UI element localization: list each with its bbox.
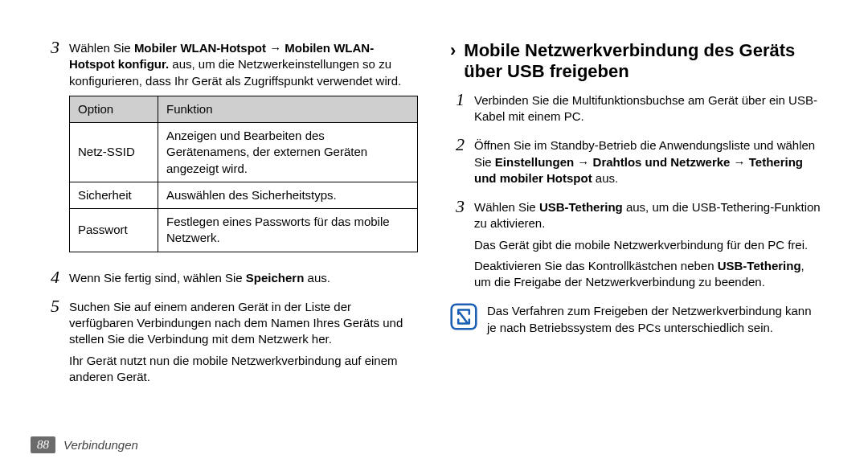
step-number: 5 bbox=[45, 297, 59, 390]
heading-text: Mobile Netzwerkverbindung des Geräts übe… bbox=[464, 40, 823, 83]
note-text: Das Verfahren zum Freigeben der Netzwerk… bbox=[487, 303, 823, 336]
step-number: 1 bbox=[450, 91, 465, 130]
arrow: → bbox=[730, 155, 748, 169]
text: Wählen Sie bbox=[474, 200, 539, 214]
bold-text: Speichern bbox=[246, 271, 305, 285]
table-row: Netz-SSID Anzeigen und Bearbeiten des Ge… bbox=[70, 123, 418, 182]
chevron-icon: › bbox=[450, 40, 456, 61]
page-number: 88 bbox=[31, 436, 55, 453]
step-3: 3 Wählen Sie USB-Tethering aus, um die U… bbox=[450, 199, 823, 295]
note-box: Das Verfahren zum Freigeben der Netzwerk… bbox=[450, 303, 823, 336]
arrow: → bbox=[574, 155, 592, 169]
table-cell-option: Passwort bbox=[70, 209, 158, 252]
table-header-option: Option bbox=[70, 96, 158, 122]
step-number: 3 bbox=[45, 39, 59, 262]
table-row: Sicherheit Auswählen des Sicherheitstyps… bbox=[70, 182, 418, 208]
bold-text: Mobiler WLAN-Hotspot bbox=[134, 41, 266, 55]
table-header-funktion: Funktion bbox=[158, 96, 418, 122]
footer-section: Verbindungen bbox=[63, 438, 138, 452]
bold-text: USB-Tethering bbox=[718, 259, 801, 272]
table-cell-funktion: Auswählen des Sicherheitstyps. bbox=[158, 182, 418, 208]
section-heading: › Mobile Netzwerkverbindung des Geräts ü… bbox=[450, 40, 823, 83]
bold-text: USB-Tethering bbox=[539, 200, 623, 214]
bold-text: Drahtlos und Netzwerke bbox=[593, 155, 731, 169]
note-icon bbox=[450, 303, 477, 330]
arrow: → bbox=[266, 41, 285, 55]
step-body: Wählen Sie Mobiler WLAN-Hotspot → Mobile… bbox=[69, 40, 418, 262]
bold-text: Einstellungen bbox=[495, 155, 574, 169]
table-cell-option: Sicherheit bbox=[70, 182, 158, 208]
step-1: 1 Verbinden Sie die Multifunktionsbuchse… bbox=[450, 92, 823, 130]
step-body: Suchen Sie auf einem anderen Gerät in de… bbox=[69, 299, 418, 390]
text: aus. bbox=[304, 271, 330, 285]
text: Wählen Sie bbox=[69, 41, 134, 55]
step-body: Wenn Sie fertig sind, wählen Sie Speiche… bbox=[69, 270, 418, 291]
text: Deaktivieren Sie das Kontrollkästchen ne… bbox=[474, 259, 718, 272]
text: Das Gerät gibt die mobile Netzwerkverbin… bbox=[474, 237, 823, 253]
text: Suchen Sie auf einem anderen Gerät in de… bbox=[69, 299, 418, 348]
step-body: Verbinden Sie die Multifunktionsbuchse a… bbox=[474, 92, 823, 130]
step-2: 2 Öffnen Sie im Standby-Betrieb die Anwe… bbox=[450, 137, 823, 191]
step-3: 3 Wählen Sie Mobiler WLAN-Hotspot → Mobi… bbox=[45, 40, 418, 262]
table-cell-funktion: Anzeigen und Bearbeiten des Gerätenamens… bbox=[158, 123, 418, 182]
page-footer: 88 Verbindungen bbox=[31, 436, 138, 453]
table-cell-option: Netz-SSID bbox=[70, 123, 158, 182]
text: aus. bbox=[592, 171, 619, 185]
step-number: 2 bbox=[450, 136, 465, 191]
step-5: 5 Suchen Sie auf einem anderen Gerät in … bbox=[45, 299, 418, 390]
text: Ihr Gerät nutzt nun die mobile Netzwerkv… bbox=[69, 353, 418, 386]
step-body: Öffnen Sie im Standby-Betrieb die Anwend… bbox=[474, 137, 823, 191]
step-number: 3 bbox=[450, 198, 465, 295]
right-column: › Mobile Netzwerkverbindung des Geräts ü… bbox=[450, 40, 823, 398]
step-4: 4 Wenn Sie fertig sind, wählen Sie Speic… bbox=[45, 270, 418, 291]
options-table: Option Funktion Netz-SSID Anzeigen und B… bbox=[69, 96, 418, 252]
text: Wenn Sie fertig sind, wählen Sie bbox=[69, 271, 246, 285]
text: Verbinden Sie die Multifunktionsbuchse a… bbox=[474, 92, 823, 125]
step-body: Wählen Sie USB-Tethering aus, um die USB… bbox=[474, 199, 823, 295]
table-row: Passwort Festlegen eines Passworts für d… bbox=[70, 209, 418, 252]
step-number: 4 bbox=[45, 268, 59, 291]
table-cell-funktion: Festlegen eines Passworts für das mobile… bbox=[158, 209, 418, 252]
left-column: 3 Wählen Sie Mobiler WLAN-Hotspot → Mobi… bbox=[45, 40, 418, 398]
